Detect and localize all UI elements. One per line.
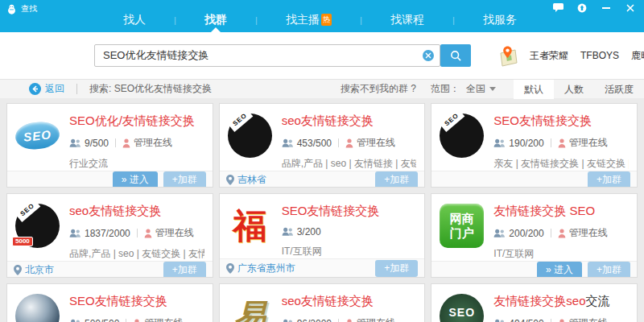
scope-dropdown[interactable]: 全国 <box>466 82 496 96</box>
join-group-label: +加群 <box>172 174 197 185</box>
clear-search-icon[interactable] <box>423 50 434 61</box>
enter-group-button[interactable]: » 进入 <box>113 171 158 188</box>
tab-find-groups[interactable]: 找群 <box>198 13 233 32</box>
group-avatar[interactable]: SEO <box>440 114 484 158</box>
group-title-main: SEO优化/友情链接交换 <box>69 114 195 127</box>
admin-status-wrap: 管理在线 <box>547 316 608 322</box>
cant-find-group-link[interactable]: 搜索不到我的群 ? <box>341 82 416 96</box>
tab-find-courses[interactable]: 找课程 <box>384 13 431 32</box>
enter-group-button[interactable]: » 进入 <box>537 262 582 278</box>
group-title-main: SEO友情链接交换 <box>282 204 380 217</box>
back-label: 返回 <box>45 82 64 96</box>
group-title[interactable]: seo友情链接交换 <box>282 114 417 129</box>
group-title[interactable]: 友情链接交换seo交流 <box>493 294 629 309</box>
group-card: SEO 友情链接交换seo交流 494/500 管理在线 <box>431 283 638 322</box>
admin-status-wrap: 管理在线 <box>112 136 172 150</box>
group-location[interactable]: 吉林省 <box>226 173 266 187</box>
group-title-main: seo友情链接交换 <box>282 114 374 127</box>
group-title[interactable]: SEO优化/友情链接交换 <box>69 114 204 129</box>
group-avatar[interactable]: SEO <box>228 114 272 158</box>
group-info: SEO友情链接交换 500/500 管理在线 <box>69 293 204 322</box>
group-tags: 品牌,产品 | seo | 友情链接 | 友链... <box>282 157 417 171</box>
minimize-button[interactable] <box>601 3 612 12</box>
member-count: 500/500 <box>85 318 119 322</box>
admin-status-wrap: 管理在线 <box>335 316 395 322</box>
group-location[interactable]: 广东省惠州市 <box>226 262 295 275</box>
group-avatar[interactable]: 易 <box>228 294 272 322</box>
members-icon <box>69 319 81 322</box>
group-tags: 行业交流 <box>69 157 204 171</box>
group-avatar[interactable]: 福 <box>228 204 272 248</box>
hot-link[interactable]: TFBOYS <box>580 50 619 61</box>
hot-link[interactable]: 鹿晗 <box>631 49 644 63</box>
scope-label: 范围： <box>431 82 460 96</box>
group-title[interactable]: SEO友情链接交换 <box>282 204 417 219</box>
group-avatar[interactable]: SEO <box>440 294 484 322</box>
sort-tab-default[interactable]: 默认 <box>514 80 554 99</box>
admin-status: 管理在线 <box>357 316 395 322</box>
sort-tab-activity[interactable]: 活跃度 <box>594 80 644 99</box>
admin-status: 管理在线 <box>134 136 172 150</box>
join-group-button[interactable]: +加群 <box>375 260 418 277</box>
main-nav: 找人 | 找群 | 找主播热 | 找课程 | 找服务 <box>117 13 523 32</box>
admin-status-wrap: 管理在线 <box>335 136 395 150</box>
group-title[interactable]: SEO友情链接交换 <box>69 294 204 309</box>
group-avatar[interactable]: 网商门户 <box>440 204 484 248</box>
join-group-button[interactable]: +加群 <box>163 171 206 188</box>
admin-icon <box>345 319 353 322</box>
group-title-main: 友情链接交换seo <box>493 294 585 308</box>
window-title: 查找 <box>21 3 37 14</box>
group-title[interactable]: SEO友情链接交换 <box>493 114 629 129</box>
group-card-body: SEO SEO友情链接交换 190/200 管理在线 亲友 | 友情链接交换 |… <box>431 104 637 171</box>
nav-separator: | <box>255 15 258 30</box>
meta-divider <box>115 138 116 147</box>
admin-icon <box>345 138 353 148</box>
group-location-text: 北京市 <box>25 263 54 277</box>
join-group-button[interactable]: +加群 <box>588 262 630 278</box>
sort-tab-members[interactable]: 人数 <box>554 80 594 99</box>
group-title-main: 友情链接交换 SEO <box>493 204 595 217</box>
admin-icon <box>558 138 566 148</box>
group-meta: 9/500 管理在线 <box>69 136 204 150</box>
group-info: seo友情链接交换 453/500 管理在线 品牌,产品 | seo | 友情链… <box>282 113 417 171</box>
members-icon <box>282 138 294 148</box>
enter-group-label: » 进入 <box>546 264 573 275</box>
arrow-circle-icon[interactable] <box>576 3 588 12</box>
join-group-label: +加群 <box>597 174 621 185</box>
admin-status: 管理在线 <box>569 136 608 150</box>
close-button[interactable] <box>625 3 636 12</box>
admin-status-wrap: 管理在线 <box>134 226 194 240</box>
group-title[interactable]: seo友情链接交换 <box>69 204 204 219</box>
window-header: 查找 找人 | 找群 | 找主播热 | 找课程 | 找服务 <box>0 0 644 32</box>
search-button[interactable] <box>440 44 471 67</box>
feedback-icon[interactable] <box>552 3 564 12</box>
group-title[interactable]: 友情链接交换 SEO <box>493 204 629 219</box>
group-tags: 品牌,产品 | seo | 友链交换 | 友情... <box>69 247 204 261</box>
group-card-body: SEO友情链接交换 500/500 管理在线 <box>7 284 213 322</box>
tab-find-streamers-label: 找主播 <box>286 13 320 26</box>
group-card-body: 易 seo友情链接交换 96/2000 管理在线 <box>220 284 425 322</box>
search-summary: 搜索: SEO优化友情链接交换 <box>89 82 212 96</box>
map-location-icon[interactable] <box>497 43 521 68</box>
group-avatar-text: SEO <box>439 107 465 132</box>
join-group-button[interactable]: +加群 <box>375 171 418 188</box>
group-card-body: 网商门户 友情链接交换 SEO 200/200 管理在线 IT/互联网 <box>431 194 637 261</box>
tab-find-services[interactable]: 找服务 <box>477 13 523 32</box>
admin-status: 管理在线 <box>155 226 194 240</box>
search-input[interactable] <box>94 44 440 67</box>
group-avatar[interactable]: SEO 5000 <box>15 204 60 248</box>
group-location[interactable]: 北京市 <box>14 263 54 277</box>
join-group-button[interactable]: +加群 <box>163 262 206 278</box>
hot-link[interactable]: 王者荣耀 <box>530 49 568 63</box>
meta-divider <box>551 319 551 322</box>
member-count: 494/500 <box>509 318 543 322</box>
join-group-button[interactable]: +加群 <box>588 171 630 188</box>
group-title[interactable]: seo友情链接交换 <box>282 294 417 309</box>
group-avatar[interactable]: SEO <box>15 114 60 158</box>
result-toolbar: 返回 搜索: SEO优化友情链接交换 搜索不到我的群 ? 范围： 全国 默认 人… <box>0 79 644 98</box>
group-info: 友情链接交换 SEO 200/200 管理在线 IT/互联网 <box>493 203 629 261</box>
tab-find-people[interactable]: 找人 <box>117 13 152 32</box>
back-button[interactable]: 返回 <box>29 82 64 96</box>
group-avatar[interactable] <box>15 294 60 322</box>
tab-find-streamers[interactable]: 找主播热 <box>279 13 338 32</box>
